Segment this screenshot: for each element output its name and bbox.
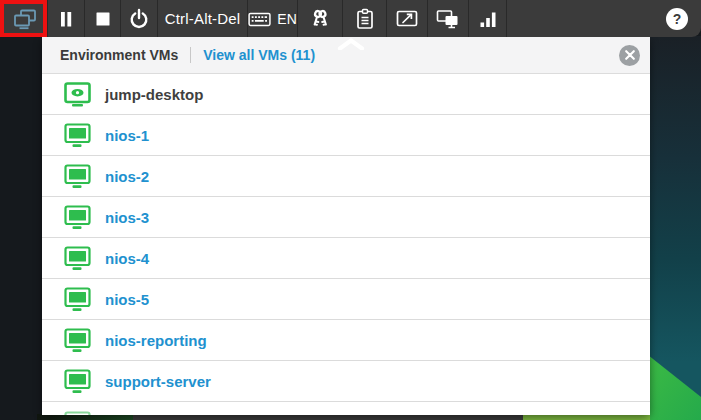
overlapping-monitors-icon [9,6,39,32]
vm-monitor-icon [64,411,91,415]
keyboard-layout-button[interactable]: EN [248,0,298,37]
vm-row[interactable]: nios-3 [42,197,650,238]
ctrl-alt-del-label: Ctrl-Alt-Del [165,10,241,27]
view-all-vms-link[interactable]: View all VMs (11) [203,47,315,63]
vm-monitor-icon [64,287,91,312]
panel-title: Environment VMs [60,47,178,63]
vm-toolbar: Ctrl-Alt-Del EN [0,0,701,37]
monitor-diagonal-arrow-icon [395,7,419,31]
vm-name-link[interactable]: nios-4 [105,250,149,267]
credentials-button[interactable] [298,0,343,37]
header-divider [190,47,191,63]
pause-icon [54,7,78,31]
ctrl-alt-del-button[interactable]: Ctrl-Alt-Del [158,0,248,37]
vm-row[interactable]: nios-2 [42,156,650,197]
power-button[interactable] [121,0,158,37]
power-icon [127,7,151,31]
vm-name-link[interactable]: nios-1 [105,127,149,144]
vm-name-link[interactable]: support-server [105,373,211,390]
vm-switcher-button[interactable] [0,0,48,37]
stop-button[interactable] [85,0,121,37]
vm-monitor-icon [64,328,91,353]
vm-row[interactable]: nios-4 [42,238,650,279]
vm-monitor-icon [64,246,91,271]
toolbar-spacer [507,0,653,37]
help-button[interactable]: ? [653,0,701,37]
fit-to-window-button[interactable] [387,0,428,37]
vm-monitor-icon [64,205,91,230]
multi-monitor-icon [435,7,461,31]
keyboard-icon [248,7,271,31]
keys-icon [308,7,332,31]
vm-row[interactable]: nios-5 [42,279,650,320]
vm-name-link[interactable]: nios-2 [105,168,149,185]
clipboard-button[interactable] [343,0,387,37]
vm-name-link[interactable]: nios-reporting [105,332,207,349]
vm-name-link: jump-desktop [105,86,203,103]
close-button[interactable] [619,45,640,66]
screen: Ctrl-Alt-Del EN [0,0,701,420]
vm-name-link[interactable]: nios-3 [105,209,149,226]
clipboard-icon [353,7,377,31]
vm-monitor-icon [64,123,91,148]
keyboard-lang-label: EN [277,11,297,27]
stop-icon [91,7,115,31]
bar-chart-icon [476,7,500,31]
vm-row[interactable]: nios-1 [42,115,650,156]
vm-monitor-icon [64,164,91,189]
popover-arrow-icon [337,38,365,50]
close-icon [625,50,635,60]
vm-list: jump-desktop nios-1 [42,74,650,415]
vm-name-link[interactable]: nios-5 [105,291,149,308]
vm-monitor-icon [64,369,91,394]
vm-row[interactable] [42,402,650,415]
environment-vms-panel: Environment VMs View all VMs (11) [42,37,650,415]
display-settings-button[interactable] [428,0,469,37]
active-vm-monitor-eye-icon [64,82,91,107]
vm-row[interactable]: support-server [42,361,650,402]
vm-row[interactable]: nios-reporting [42,320,650,361]
help-icon: ? [666,8,688,30]
pause-button[interactable] [48,0,85,37]
connection-stats-button[interactable] [469,0,507,37]
vm-row[interactable]: jump-desktop [42,74,650,115]
